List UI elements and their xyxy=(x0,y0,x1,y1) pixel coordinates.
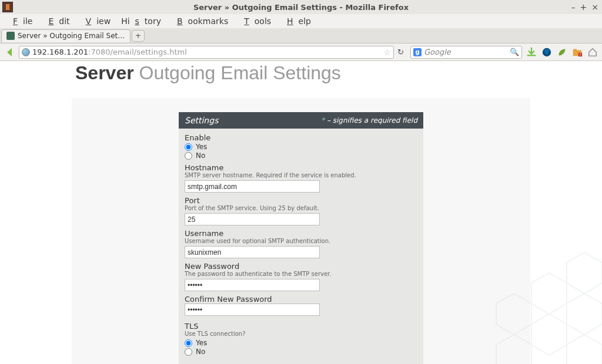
enable-label: Enable xyxy=(185,133,417,142)
window-title: Server » Outgoing Email Settings - Mozil… xyxy=(193,3,409,12)
enable-no-radio[interactable] xyxy=(185,152,192,160)
menubar: File Edit View History Bookmarks Tools H… xyxy=(0,14,602,28)
confirm-password-label: Confirm New Password xyxy=(185,295,417,304)
new-tab-button[interactable]: + xyxy=(132,30,145,42)
port-help: Port of the SMTP service. Using 25 by de… xyxy=(185,205,417,211)
search-icon[interactable]: 🔍 xyxy=(510,48,519,56)
svg-marker-8 xyxy=(531,314,567,355)
svg-marker-7 xyxy=(567,294,602,335)
tab-favicon xyxy=(6,32,15,40)
settings-panel: Settings * – signifies a required field … xyxy=(179,112,423,364)
svg-marker-11 xyxy=(567,335,602,364)
port-input[interactable] xyxy=(185,213,320,225)
page-viewport: Server Outgoing Email Settings Settings … xyxy=(0,61,602,364)
browser-tab[interactable]: Server » Outgoing Email Settings xyxy=(1,29,131,42)
menu-file[interactable]: File xyxy=(2,15,38,27)
tls-group: TLS Use TLS connection? Yes No xyxy=(185,322,417,356)
downloads-icon[interactable] xyxy=(526,46,537,58)
svg-marker-5 xyxy=(567,252,602,294)
new-password-input[interactable] xyxy=(185,279,320,291)
hostname-help: SMTP server hostname. Required if the se… xyxy=(185,172,417,178)
menu-history[interactable]: History xyxy=(116,15,166,27)
addon-folder-icon[interactable]: ? xyxy=(571,46,583,58)
svg-rect-2 xyxy=(573,49,577,50)
required-field-note: * – signifies a required field xyxy=(321,116,417,124)
menu-tools[interactable]: Tools xyxy=(233,15,276,27)
username-input[interactable] xyxy=(185,246,320,258)
new-password-group: New Password The password to authenticat… xyxy=(185,262,417,291)
menu-edit[interactable]: Edit xyxy=(38,15,75,27)
minimize-icon[interactable]: – xyxy=(571,2,576,12)
nav-toolbar: 192.168.1.201:7080/email/settings.html ☆… xyxy=(0,43,602,61)
reload-button[interactable]: ↻ xyxy=(397,48,407,56)
menu-view[interactable]: View xyxy=(75,15,116,27)
port-label: Port xyxy=(185,196,417,205)
enable-yes-radio[interactable] xyxy=(185,143,192,151)
menu-bookmarks[interactable]: Bookmarks xyxy=(166,15,233,27)
bookmark-star-icon[interactable]: ☆ xyxy=(383,48,391,57)
url-bar[interactable]: 192.168.1.201:7080/email/settings.html ☆ xyxy=(19,46,394,59)
panel-header: Settings * – signifies a required field xyxy=(179,112,423,129)
tab-title: Server » Outgoing Email Settings xyxy=(18,32,125,40)
home-icon[interactable] xyxy=(587,46,598,58)
enable-yes-label: Yes xyxy=(196,143,207,151)
username-group: Username Username used for optional SMTP… xyxy=(185,229,417,258)
back-button[interactable] xyxy=(4,46,15,58)
addon-globe-icon[interactable] xyxy=(541,46,553,58)
menu-help[interactable]: Help xyxy=(276,15,316,27)
tls-yes-label: Yes xyxy=(196,339,207,347)
tls-no-label: No xyxy=(196,348,205,356)
app-icon xyxy=(2,2,13,12)
svg-text:?: ? xyxy=(580,53,581,56)
svg-marker-6 xyxy=(531,273,567,314)
close-icon[interactable]: × xyxy=(591,2,598,12)
window-titlebar: Server » Outgoing Email Settings - Mozil… xyxy=(0,0,602,14)
new-password-label: New Password xyxy=(185,262,417,271)
search-placeholder: Google xyxy=(424,48,507,56)
tab-bar: Server » Outgoing Email Settings + xyxy=(0,28,602,43)
hostname-group: Hostname SMTP server hostname. Required … xyxy=(185,163,417,193)
tls-no-radio[interactable] xyxy=(185,348,192,356)
maximize-icon[interactable]: + xyxy=(580,2,587,12)
tls-help: Use TLS connection? xyxy=(185,331,417,337)
confirm-password-input[interactable] xyxy=(185,304,320,316)
hostname-input[interactable] xyxy=(185,180,320,193)
enable-group: Enable Yes No xyxy=(185,133,417,160)
username-label: Username xyxy=(185,229,417,238)
page-heading: Server Outgoing Email Settings xyxy=(75,62,530,84)
addon-leaf-icon[interactable] xyxy=(556,46,568,58)
breadcrumb-root: Server xyxy=(75,62,134,83)
port-group: Port Port of the SMTP service. Using 25 … xyxy=(185,196,417,225)
tls-label: TLS xyxy=(185,322,417,331)
username-help: Username used for optional SMTP authenti… xyxy=(185,238,417,244)
page-title: Outgoing Email Settings xyxy=(139,62,341,83)
enable-no-label: No xyxy=(196,151,205,160)
confirm-password-group: Confirm New Password xyxy=(185,295,417,316)
panel-title: Settings xyxy=(185,116,218,125)
search-bar[interactable]: g Google 🔍 xyxy=(410,46,522,59)
hostname-label: Hostname xyxy=(185,163,417,172)
site-identity-icon[interactable] xyxy=(22,48,30,56)
url-text: 192.168.1.201:7080/email/settings.html xyxy=(32,48,381,56)
search-engine-icon[interactable]: g xyxy=(413,48,422,56)
tls-yes-radio[interactable] xyxy=(185,339,192,347)
new-password-help: The password to authenticate to the SMTP… xyxy=(185,271,417,277)
